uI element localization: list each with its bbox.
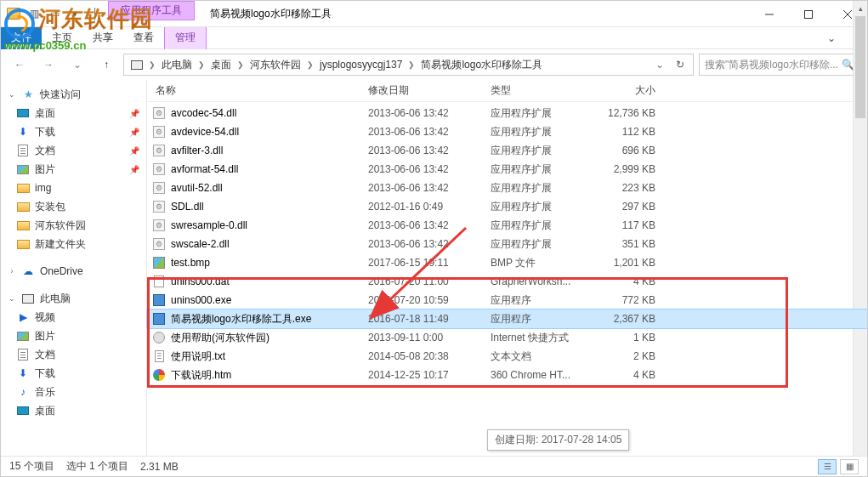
qat-dropdown-icon[interactable]: ▾: [65, 4, 84, 23]
file-size: 772 KB: [596, 294, 669, 306]
breadcrumb-folder3[interactable]: 简易视频logo水印移除工具: [417, 58, 546, 72]
svg-rect-1: [805, 10, 813, 18]
sidebar-this-pc[interactable]: ⌄此电脑: [1, 289, 146, 308]
chevron-right-icon[interactable]: ❯: [406, 60, 417, 69]
file-size: 4 KB: [596, 369, 669, 381]
address-dropdown-icon[interactable]: ⌄: [650, 59, 669, 71]
nav-recent-icon[interactable]: ⌄: [65, 53, 89, 77]
qat-newfolder-icon[interactable]: ▭: [45, 4, 64, 23]
pc-icon: [131, 60, 143, 70]
file-date: 2017-06-15 19:11: [368, 257, 491, 269]
ribbon-tabs: 文件 主页 共享 查看 管理 ⌄ ?: [1, 27, 867, 49]
chevron-right-icon[interactable]: ❯: [304, 60, 316, 69]
file-name: 使用说明.txt: [171, 349, 225, 364]
col-name[interactable]: 名称: [152, 83, 368, 98]
dll-file-icon: [153, 182, 165, 194]
expand-ribbon-icon[interactable]: ⌄: [819, 32, 844, 44]
sidebar-item-downloads[interactable]: ⬇下载📌: [1, 122, 146, 141]
col-date[interactable]: 修改日期: [368, 83, 491, 98]
file-row[interactable]: test.bmp2017-06-15 19:11BMP 文件1,201 KB: [147, 253, 867, 272]
file-row[interactable]: 下载说明.htm2014-12-25 10:17360 Chrome HT...…: [147, 366, 867, 384]
file-row[interactable]: avutil-52.dll2013-06-06 13:42应用程序扩展223 K…: [147, 179, 867, 197]
chevron-right-icon[interactable]: ❯: [196, 60, 207, 69]
sidebar-onedrive[interactable]: ›☁OneDrive: [1, 262, 146, 281]
file-rows: avcodec-54.dll2013-06-06 13:42应用程序扩展12,7…: [147, 102, 867, 384]
file-type: 文本文档: [491, 349, 596, 364]
tab-view[interactable]: 查看: [123, 27, 164, 49]
exe-file-icon: [153, 313, 165, 325]
column-headers[interactable]: 名称 修改日期 类型 大小: [147, 80, 867, 102]
file-row[interactable]: swresample-0.dll2013-06-06 13:42应用程序扩展11…: [147, 216, 867, 235]
file-size: 696 KB: [596, 145, 669, 156]
sidebar-item-pictures2[interactable]: 图片: [1, 327, 146, 345]
navigation-pane[interactable]: ⌄★快速访问 桌面📌 ⬇下载📌 文档📌 图片📌 img 安装包 河东软件园 新建…: [1, 80, 147, 457]
address-bar[interactable]: ❯ 此电脑 ❯ 桌面 ❯ 河东软件园 ❯ jysplogosyycgj137 ❯…: [123, 54, 694, 76]
sidebar-quick-access[interactable]: ⌄★快速访问: [1, 85, 146, 104]
qat-properties-icon[interactable]: ▥: [25, 4, 43, 23]
file-row[interactable]: unins000.exe2016-07-20 10:59应用程序772 KB: [147, 291, 867, 309]
tab-home[interactable]: 主页: [42, 27, 82, 49]
sidebar-item-install[interactable]: 安装包: [1, 197, 146, 216]
breadcrumb-desktop[interactable]: 桌面: [207, 58, 235, 72]
file-row[interactable]: 简易视频logo水印移除工具.exe2016-07-18 11:49应用程序2,…: [147, 309, 867, 328]
tab-file[interactable]: 文件: [1, 27, 42, 49]
desktop-icon: [17, 109, 29, 117]
download-icon: ⬇: [16, 125, 30, 139]
file-date: 2014-05-08 20:38: [368, 350, 491, 362]
file-type: 应用程序扩展: [491, 181, 596, 196]
sidebar-item-video[interactable]: ▶视频: [1, 308, 146, 327]
documents-icon: [18, 145, 28, 156]
file-size: 2,367 KB: [596, 313, 669, 325]
video-icon: ▶: [16, 310, 30, 324]
nav-forward-button[interactable]: →: [37, 53, 60, 77]
cloud-icon: ☁: [21, 264, 35, 278]
pictures-icon: [17, 332, 29, 341]
file-name: test.bmp: [171, 257, 210, 269]
search-input[interactable]: 搜索"简易视频logo水印移除... 🔍: [699, 54, 860, 76]
chevron-right-icon[interactable]: ❯: [146, 60, 158, 69]
file-name: 简易视频logo水印移除工具.exe: [171, 312, 311, 327]
refresh-icon[interactable]: ↻: [671, 59, 689, 71]
sidebar-item-downloads2[interactable]: ⬇下载: [1, 364, 146, 383]
sidebar-item-documents[interactable]: 文档📌: [1, 141, 146, 160]
file-row[interactable]: avdevice-54.dll2013-06-06 13:42应用程序扩展112…: [147, 122, 867, 141]
music-icon: ♪: [16, 385, 30, 399]
file-row[interactable]: swscale-2.dll2013-06-06 13:42应用程序扩展351 K…: [147, 235, 867, 253]
file-name: avdevice-54.dll: [171, 126, 239, 138]
breadcrumb-folder2[interactable]: jysplogosyycgj137: [316, 59, 406, 71]
file-row[interactable]: avformat-54.dll2013-06-06 13:42应用程序扩展2,9…: [147, 160, 867, 179]
minimize-button[interactable]: [750, 1, 789, 27]
sidebar-item-documents2[interactable]: 文档: [1, 345, 146, 364]
sidebar-item-desktop2[interactable]: 桌面: [1, 401, 146, 420]
sidebar-item-music[interactable]: ♪音乐: [1, 383, 146, 401]
dll-file-icon: [153, 107, 165, 119]
file-row[interactable]: avfilter-3.dll2013-06-06 13:42应用程序扩展696 …: [147, 141, 867, 160]
tab-share[interactable]: 共享: [82, 27, 123, 49]
file-row[interactable]: 使用帮助(河东软件园)2013-09-11 0:00Internet 快捷方式1…: [147, 328, 867, 347]
file-row[interactable]: unins000.dat2016-07-20 11:00GrapherWorks…: [147, 272, 867, 291]
sidebar-item-newfolder[interactable]: 新建文件夹: [1, 235, 146, 253]
dll-file-icon: [153, 238, 165, 250]
col-type[interactable]: 类型: [491, 83, 596, 98]
sidebar-item-pictures[interactable]: 图片📌: [1, 160, 146, 179]
maximize-button[interactable]: [789, 1, 828, 27]
breadcrumb-root[interactable]: [128, 60, 146, 70]
col-size[interactable]: 大小: [596, 83, 669, 98]
nav-back-button[interactable]: ←: [8, 53, 31, 77]
breadcrumb-pc[interactable]: 此电脑: [158, 58, 196, 72]
nav-up-button[interactable]: ↑: [94, 53, 118, 77]
file-row[interactable]: 使用说明.txt2014-05-08 20:38文本文档2 KB: [147, 347, 867, 366]
view-details-button[interactable]: ☰: [818, 459, 837, 474]
tab-manage[interactable]: 管理: [164, 27, 207, 49]
app-icon[interactable]: [4, 4, 23, 23]
sidebar-item-desktop[interactable]: 桌面📌: [1, 104, 146, 122]
breadcrumb-folder1[interactable]: 河东软件园: [247, 58, 304, 72]
pin-icon: 📌: [129, 146, 139, 156]
file-row[interactable]: avcodec-54.dll2013-06-06 13:42应用程序扩展12,7…: [147, 104, 867, 122]
sidebar-item-hedong[interactable]: 河东软件园: [1, 216, 146, 235]
file-row[interactable]: SDL.dll2012-01-16 0:49应用程序扩展297 KB: [147, 197, 867, 216]
folder-icon: [17, 240, 30, 249]
chevron-right-icon[interactable]: ❯: [235, 60, 247, 69]
view-large-icons-button[interactable]: ▦: [840, 459, 859, 474]
sidebar-item-img[interactable]: img: [1, 179, 146, 197]
